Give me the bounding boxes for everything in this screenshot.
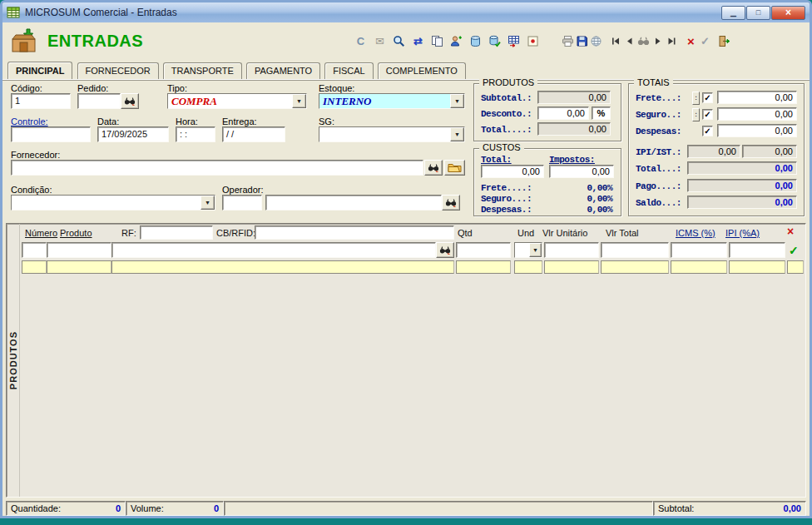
sg-combo[interactable]: ▼ [319,126,465,142]
estoque-label: Estoque: [319,83,354,93]
totais-despesas-checkbox[interactable]: ✓ [702,126,713,136]
column-header-numero[interactable]: Número [25,228,57,238]
und-dropdown-button[interactable]: ▼ [529,243,542,257]
confirm-button[interactable]: ✓ [698,32,712,50]
custos-total-input[interactable]: 0,00 [481,165,544,178]
copy-button[interactable] [428,32,447,50]
nav-next-button[interactable] [651,32,665,50]
tab-transporte[interactable]: TRANSPORTE [163,62,242,79]
pedido-input[interactable] [77,93,121,109]
totais-seguro-input[interactable]: 0,00 [717,107,797,121]
grid-row-cell[interactable] [544,260,599,274]
rf-input[interactable] [140,225,213,240]
grid-row-cell[interactable] [671,260,727,274]
grid-icms-input[interactable] [671,242,727,258]
nav-last-button[interactable] [665,32,679,50]
tab-fiscal[interactable]: FISCAL [324,62,374,79]
maximize-button[interactable]: □ [746,6,770,20]
database-button[interactable] [466,32,485,50]
codigo-input[interactable]: 1 [11,93,71,109]
tab-fornecedor[interactable]: FORNECEDOR [77,62,159,79]
tab-complemento[interactable]: COMPLEMENTO [378,62,466,79]
grid-row-cell[interactable] [22,260,47,274]
desconto-input[interactable]: 0,00 [537,106,589,120]
controle-input[interactable] [11,126,91,142]
tipo-combo[interactable]: COMPRA ▼ [167,93,307,109]
data-input[interactable]: 17/09/2025 [97,126,169,142]
cancel-button[interactable]: × [684,32,698,50]
transfer-button[interactable]: ⇄ [408,32,428,50]
tab-principal[interactable]: PRINCIPAL [7,62,72,79]
copy-icon [431,35,443,47]
estoque-dropdown-button[interactable]: ▼ [450,94,464,108]
tipo-dropdown-button[interactable]: ▼ [292,94,306,108]
fornecedor-folder-button[interactable] [444,160,465,176]
print-button[interactable] [561,32,575,50]
marker-button[interactable] [523,32,542,50]
grid-row-cell[interactable] [47,260,111,274]
find-record-button[interactable] [636,32,651,50]
grid-descricao-input[interactable] [111,242,436,258]
grid-row-cell[interactable] [514,260,542,274]
database-check-button[interactable] [485,32,504,50]
close-button[interactable]: × [771,6,805,20]
grid-vlr-unitario-input[interactable] [544,242,599,258]
grid-ipi-input[interactable] [729,242,785,258]
produtos-total-label: Total....: [481,125,532,135]
grid-row-cell[interactable] [456,260,511,274]
totais-frete-checkbox[interactable]: ✓ [702,92,713,103]
globe-icon [590,35,602,47]
titlebar[interactable]: MICROSUM Comercial - Entradas ▁ □ × [2,2,810,22]
column-header-icms[interactable]: ICMS (%) [676,228,715,238]
grid-vlr-total-input[interactable] [601,242,669,258]
grid-und-combo[interactable]: ▼ [514,242,542,258]
c-button[interactable]: C [351,32,370,50]
exit-button[interactable] [717,32,731,50]
cbrfid-input[interactable] [255,225,454,240]
grid-confirm-button[interactable]: ✓ [789,245,799,256]
grid-qtd-input[interactable] [456,242,511,258]
totais-groupbox-title: TOTAIS [634,77,673,87]
estoque-combo[interactable]: INTERNO ▼ [319,93,465,109]
operador-lookup-button[interactable] [442,195,460,210]
product-lookup-button[interactable] [436,242,454,258]
operador-name-input[interactable] [265,195,442,210]
save-button[interactable] [575,32,589,50]
grid-row-cell[interactable] [729,260,785,274]
nav-prior-button[interactable] [622,32,636,50]
grid-row-cell[interactable] [111,260,454,274]
column-header-ipi[interactable]: IPI (%A) [725,228,760,238]
totais-frete-dots-button[interactable]: ∶ [692,92,700,105]
hora-input[interactable]: : : [176,126,215,142]
condicao-dropdown-button[interactable]: ▼ [201,196,215,210]
totais-frete-input[interactable]: 0,00 [717,91,797,104]
grid-arrows-icon [508,35,520,47]
custos-impostos-input[interactable]: 0,00 [549,165,614,178]
totais-seguro-dots-button[interactable]: ∶ [692,108,700,121]
entrega-input[interactable]: / / [222,126,285,142]
web-button[interactable] [589,32,603,50]
tab-label: TRANSPORTE [171,66,234,76]
pedido-lookup-button[interactable] [121,93,139,109]
column-header-produto[interactable]: Produto [60,228,92,238]
totais-seguro-checkbox[interactable]: ✓ [702,109,713,120]
grid-numero-input[interactable] [22,242,47,258]
grid-cancel-button[interactable]: × [787,225,794,237]
search-button[interactable] [389,32,408,50]
grid-row-cell[interactable] [601,260,669,274]
fornecedor-lookup-button[interactable] [424,160,443,176]
controle-label[interactable]: Controle: [11,116,48,126]
add-person-button[interactable] [447,32,466,50]
operador-code-input[interactable] [222,195,262,210]
totais-despesas-input[interactable]: 0,00 [717,124,797,137]
fornecedor-input[interactable] [11,160,423,176]
condicao-combo[interactable]: ▼ [11,195,215,210]
sg-dropdown-button[interactable]: ▼ [450,127,464,141]
nav-first-button[interactable] [608,32,622,50]
grid-export-button[interactable] [504,32,523,50]
minimize-button[interactable]: ▁ [721,6,745,20]
tab-pagamento[interactable]: PAGAMENTO [246,62,320,79]
grid-produto-input[interactable] [47,242,111,258]
grid-row-cell[interactable] [787,260,804,274]
mail-button[interactable]: ✉ [370,32,389,50]
